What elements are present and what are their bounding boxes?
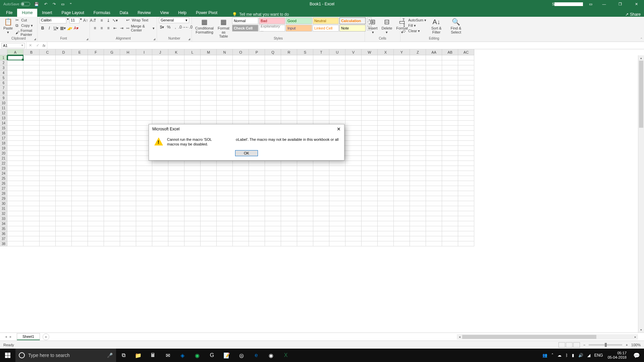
row-header[interactable]: 1 xyxy=(0,55,7,60)
cell[interactable] xyxy=(313,176,329,181)
cell[interactable] xyxy=(281,226,297,231)
cell[interactable] xyxy=(40,146,56,151)
cell[interactable] xyxy=(152,171,168,176)
cell[interactable] xyxy=(281,211,297,216)
cell[interactable] xyxy=(362,70,378,75)
column-header[interactable]: I xyxy=(136,49,152,55)
cell[interactable] xyxy=(152,176,168,181)
cell[interactable] xyxy=(72,171,88,176)
cell[interactable] xyxy=(136,221,152,226)
cell[interactable] xyxy=(458,196,474,201)
cell[interactable] xyxy=(136,206,152,211)
cell[interactable] xyxy=(104,176,120,181)
cell[interactable] xyxy=(233,181,249,186)
cell[interactable] xyxy=(426,231,442,236)
cell[interactable] xyxy=(378,206,394,211)
cell[interactable] xyxy=(7,191,23,196)
cell[interactable] xyxy=(281,85,297,90)
cell[interactable] xyxy=(345,106,362,111)
cell[interactable] xyxy=(72,106,88,111)
cell[interactable] xyxy=(168,106,184,111)
cell[interactable] xyxy=(297,171,313,176)
collapse-ribbon-icon[interactable]: ⌃ xyxy=(640,37,643,41)
cell[interactable] xyxy=(136,106,152,111)
cell[interactable] xyxy=(120,231,136,236)
cell[interactable] xyxy=(362,226,378,231)
cell[interactable] xyxy=(442,131,458,136)
cell[interactable] xyxy=(345,60,362,65)
cell[interactable] xyxy=(7,181,23,186)
cell[interactable] xyxy=(72,181,88,186)
cell[interactable] xyxy=(72,65,88,70)
cell[interactable] xyxy=(426,70,442,75)
cell[interactable] xyxy=(281,106,297,111)
cell[interactable] xyxy=(23,96,40,101)
cell[interactable] xyxy=(217,221,233,226)
increase-font-icon[interactable]: A↑ xyxy=(83,17,89,23)
cell[interactable] xyxy=(410,111,426,116)
cell[interactable] xyxy=(281,216,297,221)
column-headers[interactable]: ABCDEFGHIJKLMNOPQRSTUVWXYZAAABAC xyxy=(7,49,638,55)
cell[interactable] xyxy=(394,101,410,106)
wifi-icon[interactable]: ◢ xyxy=(585,353,592,358)
cell[interactable] xyxy=(362,131,378,136)
number-dialog-launcher[interactable]: ◢ xyxy=(187,38,191,41)
cell[interactable] xyxy=(168,181,184,186)
zoom-slider[interactable] xyxy=(589,344,622,346)
conditional-formatting-button[interactable]: ▦Conditional Formatting xyxy=(194,17,215,35)
clipboard-dialog-launcher[interactable]: ◢ xyxy=(33,38,37,41)
cell[interactable] xyxy=(40,171,56,176)
cell[interactable] xyxy=(426,96,442,101)
cell[interactable] xyxy=(378,126,394,131)
column-header[interactable]: N xyxy=(217,49,233,55)
cell[interactable] xyxy=(88,55,104,60)
cell[interactable] xyxy=(56,101,72,106)
cell[interactable] xyxy=(329,176,345,181)
cell[interactable] xyxy=(104,141,120,146)
cell[interactable] xyxy=(88,196,104,201)
cell[interactable] xyxy=(265,101,281,106)
cell[interactable] xyxy=(426,171,442,176)
cell[interactable] xyxy=(345,166,362,171)
cell[interactable] xyxy=(201,80,217,85)
cell[interactable] xyxy=(72,161,88,166)
cell[interactable] xyxy=(120,166,136,171)
cell[interactable] xyxy=(265,211,281,216)
column-header[interactable]: A xyxy=(7,49,23,55)
cell[interactable] xyxy=(426,141,442,146)
cell[interactable] xyxy=(394,236,410,241)
view-normal-icon[interactable] xyxy=(558,342,565,348)
cell[interactable] xyxy=(458,116,474,121)
cell[interactable] xyxy=(120,216,136,221)
cell[interactable] xyxy=(313,171,329,176)
cell[interactable] xyxy=(217,231,233,236)
cell[interactable] xyxy=(152,236,168,241)
cell[interactable] xyxy=(265,196,281,201)
cell[interactable] xyxy=(281,196,297,201)
cell[interactable] xyxy=(313,181,329,186)
cell[interactable] xyxy=(394,65,410,70)
cell[interactable] xyxy=(40,206,56,211)
cell[interactable] xyxy=(152,181,168,186)
tab-file[interactable]: File xyxy=(1,9,17,17)
cell[interactable] xyxy=(394,151,410,156)
cell[interactable] xyxy=(281,75,297,80)
cell[interactable] xyxy=(362,136,378,141)
cell[interactable] xyxy=(23,80,40,85)
cell[interactable] xyxy=(281,65,297,70)
cell[interactable] xyxy=(249,201,265,206)
cell[interactable] xyxy=(426,116,442,121)
cell[interactable] xyxy=(265,85,281,90)
cell[interactable] xyxy=(233,116,249,121)
cell[interactable] xyxy=(104,236,120,241)
cell[interactable] xyxy=(217,166,233,171)
cell[interactable] xyxy=(426,156,442,161)
cell[interactable] xyxy=(297,70,313,75)
cell[interactable] xyxy=(201,211,217,216)
cell[interactable] xyxy=(23,226,40,231)
cell[interactable] xyxy=(345,181,362,186)
cell[interactable] xyxy=(394,111,410,116)
cell[interactable] xyxy=(104,221,120,226)
row-header[interactable]: 26 xyxy=(0,181,7,186)
cell[interactable] xyxy=(72,70,88,75)
